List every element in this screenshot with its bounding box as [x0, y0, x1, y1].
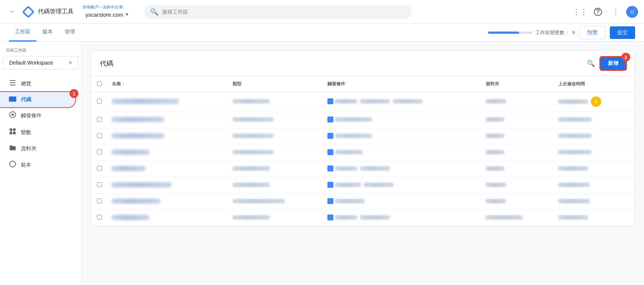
svg-rect-5 — [9, 96, 16, 102]
topbar: ← 代碼管理工具 所有帳戶 › 泳鉤中古車 yscarstore.com ▼ 🔍… — [0, 0, 644, 24]
row-time-cell: ⏸ — [552, 92, 635, 112]
workspace-selector[interactable]: Default Workspace > — [3, 56, 78, 69]
col-folder-label: 資料夾 — [486, 81, 499, 86]
row-type — [233, 117, 274, 122]
row-checkbox[interactable] — [97, 182, 102, 187]
table-row — [91, 144, 635, 161]
row-type — [233, 166, 270, 171]
row-type-cell — [227, 177, 321, 193]
row-folder-cell — [480, 161, 552, 177]
sidebar-item-folders[interactable]: 資料夾 — [0, 141, 75, 157]
row-name[interactable] — [112, 182, 171, 187]
row-checkbox-cell — [91, 128, 106, 144]
col-name-header[interactable]: 名稱 ↑ — [106, 76, 227, 92]
search-box: 🔍 — [144, 5, 412, 19]
row-folder — [486, 199, 506, 203]
sidebar-item-tags[interactable]: 代碼 1 — [0, 92, 75, 107]
row-folder — [486, 117, 504, 122]
sidebar-item-overview[interactable]: 總覽 — [0, 75, 75, 92]
row-checkbox-cell — [91, 193, 106, 210]
overview-icon — [9, 79, 16, 88]
svg-rect-9 — [13, 128, 16, 131]
row-folder-cell — [480, 128, 552, 144]
row-checkbox[interactable] — [97, 199, 102, 203]
sidebar-item-triggers-label: 觸發條件 — [21, 112, 42, 119]
row-time-cell — [552, 161, 635, 177]
avatar[interactable]: U — [626, 6, 638, 18]
row-type-cell — [227, 112, 321, 128]
sidebar: 目前工作區 Default Workspace > 總覽 代碼 1 — [0, 42, 82, 285]
row-checkbox[interactable] — [97, 117, 102, 122]
col-type-header: 類型 — [227, 76, 321, 92]
row-name[interactable] — [112, 150, 149, 155]
row-time-cell — [552, 193, 635, 210]
row-trigger-cell — [321, 210, 480, 226]
breadcrumb-account-link[interactable]: 所有帳戶 — [82, 5, 99, 9]
trigger-icon — [327, 149, 333, 155]
tab-manage[interactable]: 管理 — [59, 24, 81, 42]
row-time-cell — [552, 177, 635, 193]
row-checkbox[interactable] — [97, 133, 102, 138]
sidebar-item-variables[interactable]: 變數 — [0, 124, 75, 141]
row-trigger — [327, 214, 390, 220]
submit-button[interactable]: 提交 — [610, 26, 635, 39]
main-content: 代碼 🔍 新增 2 — [82, 42, 644, 285]
table-row — [91, 128, 635, 144]
trigger-icon — [327, 117, 333, 122]
annotation-badge-1: 1 — [69, 89, 78, 98]
trigger-icon — [327, 182, 333, 188]
sidebar-item-templates[interactable]: 範本 — [0, 157, 75, 173]
tab-workspace[interactable]: 工作區 — [9, 24, 36, 42]
svg-rect-10 — [10, 132, 12, 134]
row-folder — [486, 215, 523, 220]
row-checkbox[interactable] — [97, 215, 102, 220]
row-checkbox-cell — [91, 112, 106, 128]
row-checkbox[interactable] — [97, 150, 102, 154]
apps-icon: ⋮⋮ — [573, 7, 588, 16]
row-name-cell — [106, 144, 227, 161]
row-trigger — [327, 117, 372, 122]
table-body: ⏸ — [91, 92, 635, 226]
more-button[interactable]: ⋮ — [608, 4, 623, 19]
paused-badge: ⏸ — [591, 96, 601, 107]
row-name[interactable] — [112, 133, 164, 138]
row-name[interactable] — [112, 215, 149, 220]
workspace-changes-count: 9 — [572, 30, 575, 35]
sidebar-nav: 總覽 代碼 1 觸發條件 變數 — [0, 75, 81, 173]
back-button[interactable]: ← — [6, 5, 19, 19]
row-name[interactable] — [112, 117, 164, 122]
sidebar-item-folders-label: 資料夾 — [21, 145, 36, 152]
row-folder — [486, 99, 506, 104]
new-button-wrapper: 新增 2 — [601, 57, 626, 70]
search-input[interactable] — [162, 9, 406, 15]
table-head: 名稱 ↑ 類型 觸發條件 資料夾 上次修改時間 — [91, 76, 635, 92]
row-time — [558, 99, 588, 104]
tab-version[interactable]: 版本 — [36, 24, 59, 42]
sidebar-item-triggers[interactable]: 觸發條件 — [0, 107, 75, 124]
select-all-checkbox[interactable] — [97, 81, 102, 86]
row-time-cell — [552, 144, 635, 161]
row-name[interactable] — [112, 166, 145, 171]
app-logo: 代碼管理工具 — [22, 6, 74, 18]
col-checkbox — [91, 76, 106, 92]
logo-icon — [22, 6, 34, 18]
row-checkbox[interactable] — [97, 99, 102, 104]
preview-button[interactable]: 預覽 — [579, 26, 605, 39]
row-trigger-cell — [321, 92, 480, 112]
row-checkbox-cell — [91, 144, 106, 161]
row-time — [558, 117, 592, 122]
row-time — [558, 199, 590, 203]
row-checkbox[interactable] — [97, 166, 102, 171]
svg-point-7 — [12, 114, 14, 116]
help-button[interactable]: ? — [590, 4, 605, 19]
row-name[interactable] — [112, 199, 160, 204]
row-trigger-cell — [321, 161, 480, 177]
row-folder — [486, 166, 504, 171]
table-row — [91, 210, 635, 226]
row-time — [558, 134, 592, 138]
sidebar-item-tags-label: 代碼 — [21, 96, 31, 103]
apps-button[interactable]: ⋮⋮ — [573, 4, 588, 19]
row-name[interactable] — [112, 99, 179, 104]
account-selector[interactable]: yscarstore.com ▼ — [82, 10, 132, 19]
table-search-button[interactable]: 🔍 — [584, 57, 598, 70]
